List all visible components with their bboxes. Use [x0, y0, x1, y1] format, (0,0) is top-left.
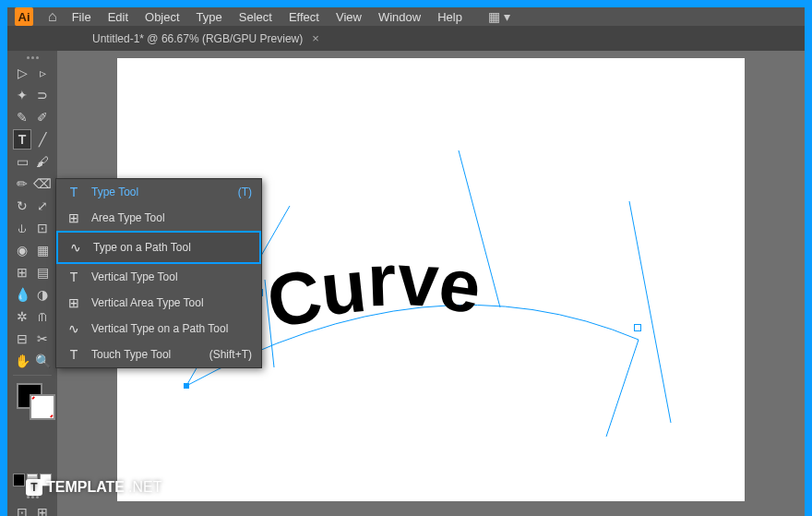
flyout-type-tool[interactable]: T Type Tool (T)	[56, 179, 261, 205]
flyout-vertical-type-tool[interactable]: T Vertical Type Tool	[56, 264, 261, 290]
flyout-touch-type-tool[interactable]: T Touch Type Tool (Shift+T)	[56, 342, 261, 367]
workspace-switcher-icon[interactable]: ▦ ▾	[488, 9, 510, 24]
flyout-label: Type Tool	[91, 186, 138, 198]
mesh-tool-icon[interactable]: ⊞	[13, 262, 31, 282]
lasso-tool-icon[interactable]: ⊃	[33, 85, 52, 105]
menu-view[interactable]: View	[336, 10, 362, 24]
flyout-vertical-area-type-tool[interactable]: ⊞ Vertical Area Type Tool	[56, 290, 261, 316]
color-swatch[interactable]	[13, 383, 52, 427]
vertical-type-on-path-icon: ∿	[66, 321, 82, 336]
type-tool-icon[interactable]: T	[13, 129, 31, 150]
menu-select[interactable]: Select	[239, 10, 272, 24]
canvas-text[interactable]: Curve	[265, 238, 484, 323]
type-tool-flyout: T Type Tool (T) ⊞ Area Type Tool ∿ Type …	[55, 178, 262, 368]
flyout-label: Vertical Area Type Tool	[91, 296, 204, 309]
svg-line-4	[629, 201, 671, 423]
svg-line-1	[606, 340, 639, 437]
flyout-shortcut: (T)	[238, 186, 252, 198]
home-icon[interactable]: ⌂	[48, 8, 57, 25]
flyout-label: Area Type Tool	[91, 211, 165, 224]
tab-title: Untitled-1* @ 66.67% (RGB/GPU Preview)	[92, 32, 303, 45]
symbol-sprayer-tool-icon[interactable]: ✲	[13, 306, 31, 327]
area-type-icon: ⊞	[66, 210, 82, 225]
eyedropper-tool-icon[interactable]: 💧	[13, 284, 31, 305]
eraser-tool-icon[interactable]: ⌫	[33, 174, 52, 194]
flyout-label: Touch Type Tool	[91, 348, 171, 361]
line-tool-icon[interactable]: ╱	[33, 129, 52, 150]
zoom-tool-icon[interactable]: 🔍	[33, 351, 52, 371]
gradient-tool-icon[interactable]: ▤	[33, 262, 52, 282]
title-bar: Ai ⌂ File Edit Object Type Select Effect…	[7, 7, 805, 26]
document-tabs: Untitled-1* @ 66.67% (RGB/GPU Preview) ×	[7, 26, 805, 51]
watermark: T TEMPLATE.NET	[26, 479, 161, 496]
flyout-area-type-tool[interactable]: ⊞ Area Type Tool	[56, 205, 261, 231]
menu-object[interactable]: Object	[145, 10, 180, 24]
magic-wand-tool-icon[interactable]: ✦	[13, 85, 31, 105]
flyout-vertical-type-on-path-tool[interactable]: ∿ Vertical Type on a Path Tool	[56, 316, 261, 342]
scale-tool-icon[interactable]: ⤢	[33, 196, 52, 216]
menu-type[interactable]: Type	[197, 10, 222, 24]
shape-builder-tool-icon[interactable]: ◉	[13, 240, 31, 260]
flyout-label: Vertical Type Tool	[91, 270, 178, 283]
curvature-tool-icon[interactable]: ✐	[33, 107, 52, 127]
path-handle[interactable]	[634, 324, 641, 331]
watermark-icon: T	[26, 479, 42, 496]
path-anchor[interactable]	[184, 383, 189, 389]
watermark-suffix: .NET	[128, 479, 161, 496]
watermark-brand: TEMPLATE	[46, 479, 125, 496]
direct-selection-tool-icon[interactable]: ▹	[33, 63, 52, 83]
rectangle-tool-icon[interactable]: ▭	[13, 151, 31, 172]
color-mode-icon[interactable]	[13, 474, 25, 486]
workspace: ▷▹ ✦⊃ ✎✐ T╱ ▭🖌 ✏⌫ ↻⤢ ⫝⊡ ◉▦ ⊞▤ 💧◑ ✲⫙ ⊟✂ ✋…	[7, 51, 805, 516]
hand-tool-icon[interactable]: ✋	[13, 351, 31, 371]
flyout-shortcut: (Shift+T)	[209, 348, 252, 361]
flyout-label: Vertical Type on a Path Tool	[91, 322, 228, 335]
paintbrush-tool-icon[interactable]: 🖌	[33, 151, 52, 172]
blend-tool-icon[interactable]: ◑	[33, 284, 52, 305]
close-icon[interactable]: ×	[312, 31, 319, 45]
type-on-path-icon: ∿	[67, 240, 84, 255]
app-window: Ai ⌂ File Edit Object Type Select Effect…	[7, 7, 805, 509]
menu-bar: File Edit Object Type Select Effect View…	[72, 10, 462, 24]
menu-edit[interactable]: Edit	[108, 10, 128, 24]
tools-panel: ▷▹ ✦⊃ ✎✐ T╱ ▭🖌 ✏⌫ ↻⤢ ⫝⊡ ◉▦ ⊞▤ 💧◑ ✲⫙ ⊟✂ ✋…	[7, 51, 57, 516]
flyout-type-on-path-tool[interactable]: ∿ Type on a Path Tool	[56, 231, 261, 264]
edit-mode-icon[interactable]: ⊞	[33, 502, 52, 516]
stroke-swatch[interactable]	[30, 394, 55, 420]
document-tab[interactable]: Untitled-1* @ 66.67% (RGB/GPU Preview) ×	[81, 26, 330, 51]
app-icon[interactable]: Ai	[15, 7, 33, 26]
perspective-tool-icon[interactable]: ▦	[33, 240, 52, 260]
artboard-tool-icon[interactable]: ⊟	[13, 329, 31, 349]
panel-grip[interactable]	[13, 54, 52, 61]
type-tool-icon: T	[66, 185, 82, 199]
selection-tool-icon[interactable]: ▷	[13, 63, 31, 83]
graph-tool-icon[interactable]: ⫙	[33, 306, 52, 327]
slice-tool-icon[interactable]: ✂	[33, 329, 52, 349]
width-tool-icon[interactable]: ⫝	[13, 218, 31, 238]
vertical-type-icon: T	[66, 270, 82, 284]
pen-tool-icon[interactable]: ✎	[13, 107, 31, 127]
flyout-label: Type on a Path Tool	[93, 241, 191, 254]
menu-help[interactable]: Help	[437, 10, 462, 24]
touch-type-icon: T	[66, 347, 82, 362]
vertical-area-type-icon: ⊞	[66, 295, 82, 310]
shaper-tool-icon[interactable]: ✏	[13, 174, 31, 194]
menu-effect[interactable]: Effect	[289, 10, 319, 24]
rotate-tool-icon[interactable]: ↻	[13, 196, 31, 216]
menu-window[interactable]: Window	[378, 10, 421, 24]
free-transform-tool-icon[interactable]: ⊡	[33, 218, 52, 238]
screen-mode-icon[interactable]: ⊡	[13, 502, 31, 516]
menu-file[interactable]: File	[72, 10, 91, 24]
